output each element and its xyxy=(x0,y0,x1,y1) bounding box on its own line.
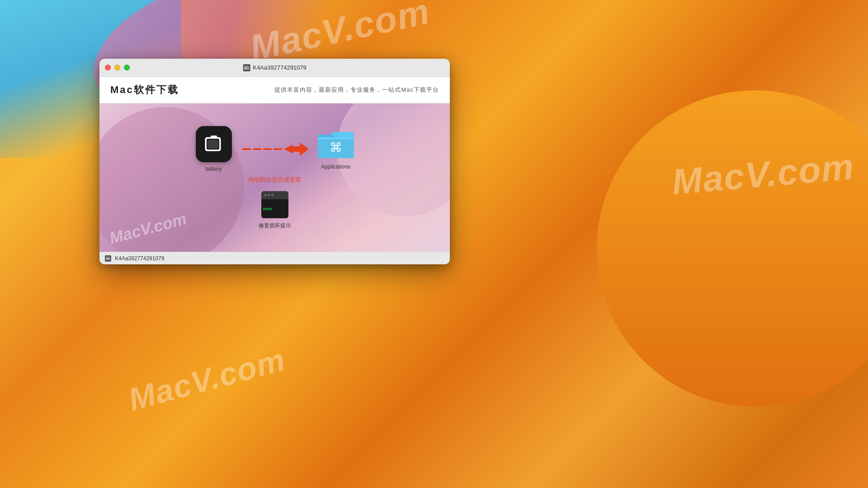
title-bar: K4Aa392774291079 xyxy=(99,59,450,77)
dashed-arrow xyxy=(241,140,309,158)
svg-text:⌘: ⌘ xyxy=(330,141,342,155)
applications-folder-label: Applications xyxy=(321,164,350,170)
svg-rect-1 xyxy=(244,66,247,67)
disk-icon xyxy=(243,64,250,71)
instruction-text: 拖动到右边完成安装 xyxy=(248,176,301,184)
traffic-lights xyxy=(105,65,130,70)
window-title: K4Aa392774291079 xyxy=(243,64,307,71)
app-window: K4Aa392774291079 Mac软件下载 提供丰富内容，最新应用，专业服… xyxy=(99,59,450,264)
installer-main: battery xyxy=(99,103,450,252)
status-bar-text: K4Aa392774291079 xyxy=(115,255,164,262)
installer-area: MacV.com xyxy=(99,103,450,252)
maximize-button[interactable] xyxy=(124,65,130,70)
exec-icon[interactable]: exec xyxy=(261,191,288,218)
drag-row: battery xyxy=(196,126,354,172)
exec-body: exec xyxy=(261,199,288,218)
exec-dot-3 xyxy=(271,194,274,196)
svg-rect-6 xyxy=(208,140,218,149)
exec-section: exec 修复损坏提示 xyxy=(259,191,291,230)
app-header: Mac软件下载 提供丰富内容，最新应用，专业服务，一站式Mac下载平台 xyxy=(99,77,450,103)
applications-folder-icon: ⌘ xyxy=(318,128,354,160)
svg-rect-16 xyxy=(318,137,354,139)
svg-point-2 xyxy=(247,67,249,69)
svg-marker-13 xyxy=(300,142,309,156)
svg-rect-19 xyxy=(106,257,109,258)
battery-app-label: battery xyxy=(205,166,222,172)
exec-topbar xyxy=(261,191,288,199)
app-title: Mac软件下载 xyxy=(110,83,179,97)
applications-folder-wrapper[interactable]: ⌘ Applications xyxy=(318,128,354,170)
svg-marker-11 xyxy=(284,145,293,154)
app-subtitle: 提供丰富内容，最新应用，专业服务，一站式Mac下载平台 xyxy=(274,86,439,94)
exec-dot-2 xyxy=(268,194,270,196)
svg-rect-4 xyxy=(211,136,217,138)
close-button[interactable] xyxy=(105,65,111,70)
minimize-button[interactable] xyxy=(114,65,120,70)
battery-app-wrapper: battery xyxy=(196,126,232,172)
status-bar: K4Aa392774291079 xyxy=(99,252,450,264)
exec-label: 修复损坏提示 xyxy=(259,222,291,230)
window-content: Mac软件下载 提供丰富内容，最新应用，专业服务，一站式Mac下载平台 MacV… xyxy=(99,77,450,252)
status-disk-icon xyxy=(105,255,111,262)
exec-text: exec xyxy=(263,206,273,211)
battery-app-icon[interactable] xyxy=(196,126,232,162)
svg-rect-18 xyxy=(106,258,110,260)
exec-dot-1 xyxy=(264,194,266,196)
